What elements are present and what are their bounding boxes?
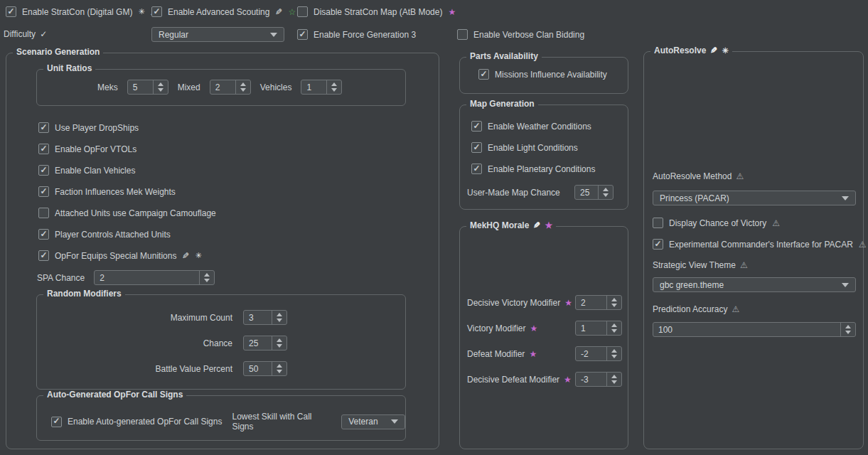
dropdown-value: Princess (PACAR) [660,193,729,203]
spinner-down-icon[interactable] [331,88,337,92]
checkbox-enable-call-signs[interactable]: ✓ Enable Auto-generated OpFor Call Signs [51,417,222,427]
checkbox-attached-units-camouflage[interactable]: ✓ Attached Units use Campaign Camouflage [38,208,216,218]
magenta-star-icon: ★ [448,8,456,16]
checkbox-enable-stratcon[interactable]: ✓ Enable StratCon (Digital GM) ✳ ⚠ [6,6,158,17]
spinner-buttons[interactable] [199,271,214,284]
check-icon: ✓ [654,240,661,248]
checkbox-disable-stratcon-map[interactable]: ✓ Disable StratCon Map (AtB Mode) ★ [297,6,456,17]
chance-label: Chance [37,338,232,348]
chance-spinner[interactable]: 25 [243,336,287,350]
spinner-buttons[interactable] [606,321,621,335]
chevron-down-icon [842,283,849,287]
spinner-down-icon[interactable] [611,355,617,358]
decisive-defeat-modifier-row: Decisive Defeat Modifier★ -3 [467,372,622,387]
spinner-buttons[interactable] [153,80,168,94]
checkbox-advanced-scouting[interactable]: ✓ Enable Advanced Scouting ✎ ☆ [151,6,296,17]
spa-chance-spinner[interactable]: 2 [94,270,215,285]
spinner-down-icon[interactable] [603,193,609,197]
checkbox-experimental-commanders-interface[interactable]: ✓ Experimental Commander's Interface for… [653,239,867,250]
checkbox-enable-light-conditions[interactable]: ✓ Enable Light Conditions [471,142,578,153]
checkbox-enable-planetary-conditions[interactable]: ✓ Enable Planetary Conditions [471,164,595,174]
checkbox-label: Enable Verbose Clan Bidding [473,30,584,40]
difficulty-dropdown[interactable]: Regular [151,27,284,42]
spinner-down-icon[interactable] [611,380,617,384]
spinner-up-icon[interactable] [845,325,851,328]
lowest-skill-dropdown[interactable]: Veteran [341,414,405,429]
call-signs-group: Auto-Generated OpFor Call Signs ✓ Enable… [36,395,406,441]
spinner-down-icon[interactable] [204,279,210,282]
spinner-buttons[interactable] [272,336,286,350]
spinner-buttons[interactable] [235,80,250,94]
check-icon: ✓ [473,143,480,151]
spinner-up-icon[interactable] [603,188,609,191]
check-icon: ✓ [473,122,480,130]
spinner-up-icon[interactable] [204,273,210,277]
decisive-defeat-modifier-spinner[interactable]: -3 [575,372,622,387]
spinner-up-icon[interactable] [331,82,337,86]
spinner-up-icon[interactable] [611,323,617,327]
checkbox-player-controls-attached-units[interactable]: ✓ Player Controls Attached Units [38,229,171,240]
check-icon: ✓ [7,7,14,16]
maximum-count-label: Maximum Count [37,313,232,323]
spinner-buttons[interactable] [272,362,286,375]
spinner-up-icon[interactable] [277,313,282,316]
prediction-accuracy-spinner[interactable]: 100 [653,322,856,337]
mixed-spinner[interactable]: 2 [210,80,251,95]
checkbox-display-chance-of-victory[interactable]: ✓ Display Chance of Victory ⚠ [653,218,780,228]
checkbox-label: Enable OpFor VTOLs [55,144,136,154]
spinner-down-icon[interactable] [240,88,246,92]
checkbox-force-generation[interactable]: ✓ Enable Force Generation 3 [297,29,416,40]
spinner-up-icon[interactable] [277,338,282,342]
spinner-buttons[interactable] [326,80,341,94]
spinner-down-icon[interactable] [277,344,282,348]
checkbox-box: ✓ [38,250,49,261]
defeat-modifier-spinner[interactable]: -2 [575,346,622,361]
checkbox-label: Player Controls Attached Units [55,230,171,240]
checkbox-missions-influence-availability[interactable]: ✓ Missions Influence Availability [478,69,607,80]
user-map-chance-spinner[interactable]: 25 [574,185,614,200]
vehicles-spinner[interactable]: 1 [301,80,342,95]
maximum-count-spinner[interactable]: 3 [243,310,287,325]
autoresolve-method-dropdown[interactable]: Princess (PACAR) [653,191,856,205]
spinner-buttons[interactable] [272,311,286,324]
user-map-chance-row: User-Made Map Chance 25 [467,185,614,200]
battle-value-percent-spinner[interactable]: 50 [243,361,287,376]
defeat-modifier-label: Defeat Modifier [467,349,525,359]
spinner-buttons[interactable] [606,347,621,360]
checkbox-label: Enable StratCon (Digital GM) [22,7,132,17]
spinner-down-icon[interactable] [611,329,617,333]
checkbox-enable-weather-conditions[interactable]: ✓ Enable Weather Conditions [471,121,591,132]
asterisk-icon: ✳ [195,252,201,259]
checkbox-use-player-dropships[interactable]: ✓ Use Player DropShips [38,122,139,133]
magenta-star-icon: ★ [564,299,572,307]
spinner-buttons[interactable] [606,296,621,309]
group-title: Auto-Generated OpFor Call Signs [43,390,186,400]
checkbox-enable-clan-vehicles[interactable]: ✓ Enable Clan Vehicles [38,165,135,176]
autoresolve-group: AutoResolve ✎ ✳ AutoResolve Method ⚠ Pri… [643,51,864,449]
decisive-victory-modifier-spinner[interactable]: 2 [575,295,622,310]
spinner-up-icon[interactable] [277,364,282,368]
spinner-down-icon[interactable] [277,370,282,373]
spinner-down-icon[interactable] [845,331,851,334]
checkbox-faction-influences-mek-weights[interactable]: ✓ Faction Influences Mek Weights [38,186,176,197]
spinner-up-icon[interactable] [158,82,164,86]
checkbox-label: Enable Planetary Conditions [488,164,595,174]
checkbox-box: ✓ [38,208,49,218]
spinner-buttons[interactable] [598,186,613,199]
victory-modifier-spinner[interactable]: 1 [575,321,622,336]
spinner-up-icon[interactable] [611,298,617,301]
spinner-down-icon[interactable] [277,318,282,322]
checkbox-opfor-special-munitions[interactable]: ✓ OpFor Equips Special Munitions ✎ ✳ [38,250,202,261]
meks-spinner[interactable]: 5 [127,80,168,95]
spinner-buttons[interactable] [840,323,855,336]
spinner-down-icon[interactable] [158,88,164,92]
strategic-view-theme-dropdown[interactable]: gbc green.theme [653,277,856,292]
spinner-buttons[interactable] [606,373,621,386]
spinner-up-icon[interactable] [611,349,617,353]
checkbox-verbose-clan-bidding[interactable]: ✓ Enable Verbose Clan Bidding [457,29,584,40]
spinner-up-icon[interactable] [240,82,246,86]
spinner-down-icon[interactable] [611,304,617,307]
prediction-accuracy-label: Prediction Accuracy ⚠ [653,304,739,314]
spinner-up-icon[interactable] [611,375,617,378]
checkbox-enable-opfor-vtols[interactable]: ✓ Enable OpFor VTOLs [38,144,136,154]
